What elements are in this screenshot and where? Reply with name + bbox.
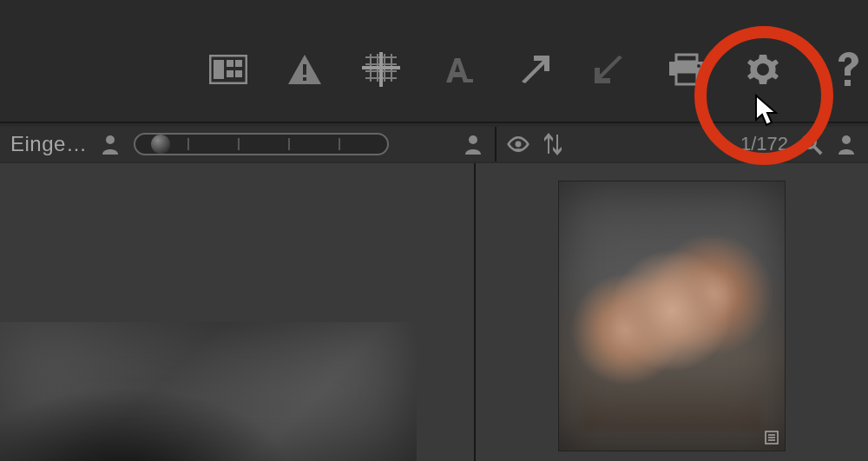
panel-header-row: Einge… (0, 127, 868, 161)
svg-point-22 (697, 64, 700, 68)
sort-icon[interactable] (542, 133, 564, 155)
svg-rect-6 (303, 64, 306, 75)
svg-rect-4 (227, 70, 233, 77)
person-icon[interactable] (462, 133, 484, 155)
svg-point-23 (757, 63, 769, 76)
eye-icon[interactable] (507, 133, 529, 155)
print-icon[interactable] (667, 49, 707, 90)
svg-rect-18 (464, 79, 473, 82)
svg-point-27 (516, 142, 522, 148)
svg-point-30 (842, 135, 851, 144)
arrow-up-right-icon[interactable] (514, 49, 554, 90)
svg-rect-1 (214, 60, 224, 79)
right-panel-header: 1/172 (495, 127, 868, 161)
content-area (0, 163, 868, 461)
svg-point-28 (803, 135, 816, 148)
gear-icon[interactable] (743, 49, 783, 90)
svg-rect-3 (235, 60, 242, 67)
toolbar-separator (0, 122, 868, 123)
arrow-down-left-icon[interactable] (590, 49, 630, 90)
svg-rect-7 (303, 77, 306, 81)
svg-rect-19 (676, 55, 697, 62)
svg-line-29 (814, 147, 821, 154)
metadata-badge-icon[interactable] (764, 430, 779, 445)
left-panel-header: Einge… (0, 127, 495, 161)
image-preview[interactable] (0, 322, 417, 461)
svg-rect-5 (235, 70, 242, 77)
svg-point-25 (106, 135, 115, 144)
help-icon[interactable] (828, 49, 868, 90)
svg-rect-21 (676, 72, 697, 84)
svg-rect-24 (845, 80, 851, 86)
right-pane (474, 163, 868, 461)
top-toolbar (0, 43, 868, 95)
warning-icon[interactable] (285, 49, 325, 90)
left-pane (0, 163, 474, 461)
svg-point-26 (469, 135, 477, 144)
zoom-slider[interactable] (134, 133, 389, 155)
person-icon[interactable] (99, 133, 122, 155)
grid-crosshair-icon[interactable] (361, 49, 401, 90)
view-mode-icon[interactable] (208, 49, 248, 90)
svg-rect-2 (227, 60, 233, 67)
search-icon[interactable] (800, 133, 823, 155)
image-thumbnail[interactable] (558, 181, 786, 451)
left-panel-title: Einge… (10, 132, 87, 156)
person-icon[interactable] (835, 133, 858, 155)
text-icon[interactable] (437, 49, 477, 90)
image-counter: 1/172 (740, 133, 788, 155)
